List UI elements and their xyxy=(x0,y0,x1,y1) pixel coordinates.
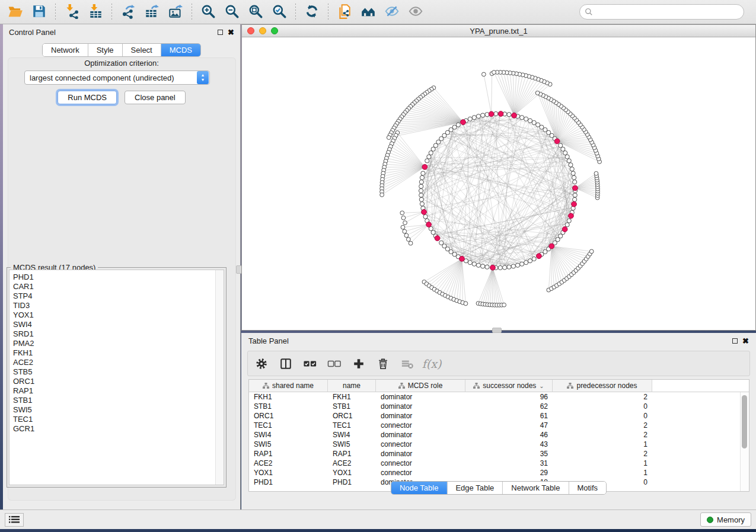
mcds-result-item[interactable]: ACE2 xyxy=(13,358,215,367)
float-table-panel-icon[interactable] xyxy=(732,338,738,344)
table-cell: ACE2 xyxy=(328,459,376,467)
close-table-panel-icon[interactable]: ✖ xyxy=(742,337,749,345)
network-graph[interactable] xyxy=(242,37,755,330)
column-header-successor-nodes[interactable]: successor nodes ⌄ xyxy=(465,380,553,392)
save-session-button[interactable] xyxy=(27,2,51,21)
mcds-result-item[interactable]: RAP1 xyxy=(13,386,215,396)
search-input[interactable] xyxy=(579,4,744,20)
table-settings-button[interactable] xyxy=(254,356,269,371)
mcds-result-item[interactable]: ORC1 xyxy=(13,377,215,386)
table-scrollbar[interactable] xyxy=(740,392,748,491)
delete-table-button[interactable] xyxy=(400,356,415,371)
horizontal-splitter-grip[interactable] xyxy=(492,328,502,333)
node-table: shared name name MCDS role successor nod… xyxy=(248,379,749,492)
column-header-mcds-role[interactable]: MCDS role xyxy=(376,380,465,392)
criterion-select[interactable]: largest connected component (undirected)… xyxy=(24,70,210,85)
add-column-button[interactable] xyxy=(351,356,366,371)
apply-layout-button[interactable] xyxy=(300,2,324,21)
mcds-result-item[interactable]: STB5 xyxy=(13,367,215,377)
network-from-selection-button[interactable] xyxy=(333,2,356,21)
zoom-fit-icon xyxy=(248,4,263,21)
table-cell: 1 xyxy=(553,469,652,477)
function-builder-button[interactable]: f(x) xyxy=(424,356,439,371)
mcds-result-item[interactable]: TID3 xyxy=(13,301,215,310)
memory-button[interactable]: Memory xyxy=(700,512,751,527)
import-network-button[interactable] xyxy=(60,2,84,21)
table-scrollbar-thumb[interactable] xyxy=(742,395,747,448)
close-panel-button[interactable]: Close panel xyxy=(125,91,186,104)
toolbar-separator xyxy=(111,4,112,20)
table-row[interactable]: ORC1ORC1dominator610 xyxy=(249,411,749,421)
mcds-result-item[interactable]: STB1 xyxy=(13,396,215,405)
mcds-result-item[interactable]: GCR1 xyxy=(13,424,215,434)
tab-select[interactable]: Select xyxy=(123,44,161,56)
zoom-out-button[interactable] xyxy=(220,2,244,21)
hide-selected-button[interactable] xyxy=(380,2,404,21)
table-cell: SWI4 xyxy=(328,431,376,439)
mcds-result-item[interactable]: TEC1 xyxy=(13,415,215,424)
task-history-button[interactable] xyxy=(5,513,24,527)
open-folder-icon xyxy=(8,4,23,21)
export-table-button[interactable] xyxy=(140,2,164,21)
mcds-result-item[interactable]: CAR1 xyxy=(13,282,215,291)
table-cell: SWI5 xyxy=(328,440,376,448)
select-all-button[interactable] xyxy=(302,356,318,371)
column-header-name[interactable]: name xyxy=(328,380,376,392)
toolbar-separator xyxy=(295,4,296,20)
table-cell: RAP1 xyxy=(249,450,328,458)
mcds-result-item[interactable]: SWI5 xyxy=(13,405,215,415)
network-window-titlebar[interactable]: YPA_prune.txt_1 xyxy=(242,25,755,37)
mcds-result-item[interactable]: PMA2 xyxy=(13,339,215,348)
delete-column-button[interactable] xyxy=(375,356,391,371)
hierarchy-icon xyxy=(263,383,269,389)
tab-motifs[interactable]: Motifs xyxy=(569,482,606,494)
table-cell: 2 xyxy=(553,421,652,430)
mcds-result-item[interactable]: SWI4 xyxy=(13,320,215,329)
float-panel-icon[interactable] xyxy=(218,30,223,35)
tab-edge-table[interactable]: Edge Table xyxy=(447,482,503,494)
tab-style[interactable]: Style xyxy=(88,44,123,56)
table-cell: 62 xyxy=(465,402,553,411)
mcds-result-item[interactable]: PHD1 xyxy=(13,273,215,282)
table-cell: dominator xyxy=(376,450,465,458)
tab-node-table[interactable]: Node Table xyxy=(391,482,448,494)
table-panel-title: Table Panel xyxy=(248,336,289,345)
table-row[interactable]: SWI5SWI5connector431 xyxy=(249,440,749,449)
column-header-shared-name[interactable]: shared name xyxy=(249,380,328,392)
tab-network[interactable]: Network xyxy=(43,44,88,56)
tab-mcds[interactable]: MCDS xyxy=(161,44,200,56)
mcds-result-item[interactable]: FKH1 xyxy=(13,348,215,358)
zoom-selected-button[interactable] xyxy=(267,2,291,21)
mcds-result-item[interactable]: SRD1 xyxy=(13,329,215,339)
mcds-result-item[interactable]: STP4 xyxy=(13,291,215,301)
show-all-button[interactable] xyxy=(404,2,428,21)
table-row[interactable]: TEC1TEC1connector472 xyxy=(249,421,749,430)
zoom-in-button[interactable] xyxy=(196,2,220,21)
table-row[interactable]: ACE2ACE2connector311 xyxy=(249,459,749,468)
deselect-all-button[interactable] xyxy=(327,356,342,371)
table-cell: SWI5 xyxy=(249,440,328,448)
table-row[interactable]: SWI4SWI4dominator462 xyxy=(249,430,749,440)
copy-network-icon xyxy=(337,4,352,21)
open-session-button[interactable] xyxy=(4,2,27,21)
first-neighbors-button[interactable] xyxy=(356,2,380,21)
run-mcds-button[interactable]: Run MCDS xyxy=(58,91,117,104)
show-columns-button[interactable] xyxy=(278,356,294,371)
tab-network-table[interactable]: Network Table xyxy=(503,482,569,494)
close-panel-icon[interactable]: ✖ xyxy=(228,28,234,36)
export-network-button[interactable] xyxy=(116,2,140,21)
table-row[interactable]: RAP1RAP1dominator352 xyxy=(249,449,749,459)
table-row[interactable]: YOX1YOX1connector291 xyxy=(249,468,749,477)
column-header-predecessor-nodes[interactable]: predecessor nodes xyxy=(553,380,652,392)
zoom-fit-button[interactable] xyxy=(244,2,267,21)
mcds-result-item[interactable]: YOX1 xyxy=(13,310,215,320)
table-row[interactable]: FKH1FKH1dominator962 xyxy=(249,392,749,402)
mcds-list-scrollbar[interactable] xyxy=(215,270,224,485)
mcds-result-list[interactable]: PHD1CAR1STP4TID3YOX1SWI4SRD1PMA2FKH1ACE2… xyxy=(9,270,215,485)
column-header-filler xyxy=(652,380,749,392)
export-image-button[interactable] xyxy=(164,2,187,21)
table-row[interactable]: STB1STB1dominator620 xyxy=(249,402,749,411)
import-table-button[interactable] xyxy=(84,2,107,21)
toolbar-separator xyxy=(328,4,328,20)
table-cell: TEC1 xyxy=(328,421,376,430)
